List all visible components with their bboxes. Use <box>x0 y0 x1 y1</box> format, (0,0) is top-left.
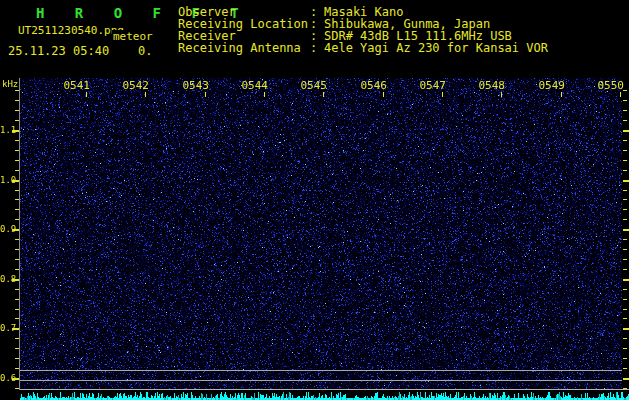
freq-tick-right <box>623 160 627 161</box>
time-tick-label: 0544 <box>234 79 268 92</box>
field-value: 4ele Yagi Az 230 for Kansai VOR <box>324 42 548 54</box>
freq-tick-label: 0.7 <box>0 323 14 333</box>
time-tick-label: 0547 <box>412 79 446 92</box>
freq-tick-right <box>623 130 629 132</box>
y-axis-line <box>19 78 20 390</box>
time-tick-mark <box>620 92 621 97</box>
freq-tick-right <box>623 259 627 260</box>
signal-level-strip <box>20 390 629 400</box>
freq-tick-left <box>15 338 19 339</box>
freq-tick-right <box>623 328 629 330</box>
spectrogram-canvas <box>20 78 622 390</box>
freq-tick-right <box>623 100 627 101</box>
freq-tick-right <box>623 249 627 250</box>
freq-tick-right <box>623 289 627 290</box>
time-tick-label: 0543 <box>175 79 209 92</box>
datetime-label: 25.11.23 05:40 <box>8 44 109 58</box>
time-tick-mark <box>561 92 562 97</box>
freq-unit-label: kHz <box>2 79 18 89</box>
freq-tick-right <box>623 209 627 210</box>
freq-tick-left <box>15 239 19 240</box>
freq-tick-right <box>623 338 627 339</box>
time-tick-mark <box>264 92 265 97</box>
freq-tick-right <box>623 368 627 369</box>
freq-tick-right <box>623 120 627 121</box>
time-tick-label: 0549 <box>531 79 565 92</box>
freq-tick-right <box>623 229 629 231</box>
time-tick-label: 0545 <box>293 79 327 92</box>
freq-tick-left <box>15 120 19 121</box>
freq-tick-left <box>15 170 19 171</box>
freq-tick-right <box>623 318 627 319</box>
field-separator: : <box>310 42 324 54</box>
time-tick-mark <box>86 92 87 97</box>
freq-tick-left <box>15 190 19 191</box>
time-tick-label: 0548 <box>471 79 505 92</box>
freq-tick-left <box>15 348 19 349</box>
filename-label: UT2511230540.png <box>18 24 124 37</box>
reference-line-middle <box>20 380 622 381</box>
freq-tick-left <box>15 368 19 369</box>
freq-tick-right <box>623 378 629 380</box>
freq-tick-right <box>623 358 627 359</box>
station-info-row: Receiving Antenna:4ele Yagi Az 230 for K… <box>178 42 548 54</box>
freq-tick-left <box>15 140 19 141</box>
freq-tick-right <box>623 279 629 281</box>
time-tick-mark <box>323 92 324 97</box>
freq-tick-right <box>623 180 629 182</box>
freq-tick-left <box>15 249 19 250</box>
freq-tick-left <box>15 150 19 151</box>
freq-tick-right <box>623 150 627 151</box>
time-tick-mark <box>205 92 206 97</box>
freq-tick-right <box>623 140 627 141</box>
freq-tick-right <box>623 170 627 171</box>
time-tick-label: 0550 <box>590 79 624 92</box>
freq-tick-right <box>623 110 627 111</box>
time-tick-mark <box>383 92 384 97</box>
time-tick-label: 0546 <box>353 79 387 92</box>
time-tick-mark <box>501 92 502 97</box>
freq-tick-left <box>15 309 19 310</box>
freq-tick-label: 0.8 <box>0 274 14 284</box>
time-tick-label: 0542 <box>115 79 149 92</box>
reference-line-upper <box>20 370 622 371</box>
time-tick-mark <box>442 92 443 97</box>
freq-tick-right <box>623 299 627 300</box>
freq-tick-left <box>15 299 19 300</box>
freq-tick-left <box>15 100 19 101</box>
freq-tick-left <box>15 269 19 270</box>
freq-tick-left <box>15 110 19 111</box>
freq-tick-left <box>15 219 19 220</box>
freq-tick-right <box>623 219 627 220</box>
time-tick-label: 0541 <box>56 79 90 92</box>
freq-tick-label: 1.1 <box>0 125 14 135</box>
freq-tick-right <box>623 348 627 349</box>
freq-tick-right <box>623 269 627 270</box>
freq-tick-left <box>15 160 19 161</box>
freq-tick-left <box>15 358 19 359</box>
freq-tick-left <box>15 90 19 91</box>
time-tick-mark <box>145 92 146 97</box>
freq-tick-right <box>623 309 627 310</box>
freq-tick-right <box>623 239 627 240</box>
field-label: Receiving Antenna <box>178 42 310 54</box>
station-info: Observer:Masaki KanoReceiving Location:S… <box>178 6 548 54</box>
hrofft-window: H R O F F T UT2511230540.png meteor 25.1… <box>0 0 629 400</box>
freq-tick-label: 1.0 <box>0 175 14 185</box>
freq-tick-left <box>15 259 19 260</box>
echo-counter: 0. <box>138 44 152 58</box>
freq-tick-left <box>15 209 19 210</box>
station-label: meteor <box>112 30 153 43</box>
freq-tick-label: 0.6 <box>0 373 14 383</box>
freq-tick-left <box>15 388 19 389</box>
freq-tick-left <box>15 318 19 319</box>
freq-tick-left <box>15 199 19 200</box>
freq-tick-label: 0.9 <box>0 224 14 234</box>
freq-tick-left <box>15 289 19 290</box>
freq-tick-right <box>623 190 627 191</box>
freq-tick-right <box>623 199 627 200</box>
freq-tick-right <box>623 90 627 91</box>
